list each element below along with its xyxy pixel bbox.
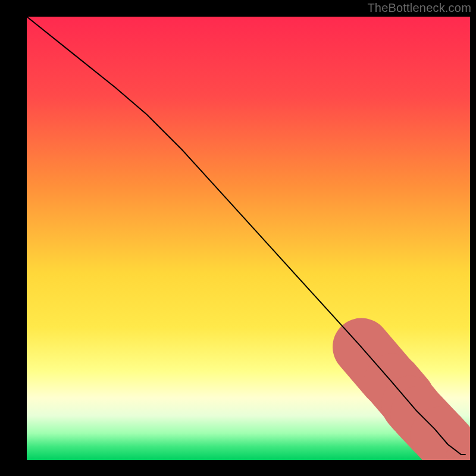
svg-point-6 [446,450,455,459]
svg-line-5 [439,436,447,444]
chart-stage: TheBottleneck.com [0,0,476,476]
chart-overlay [27,17,470,460]
attribution-label: TheBottleneck.com [367,1,471,15]
plot-area [27,17,470,460]
